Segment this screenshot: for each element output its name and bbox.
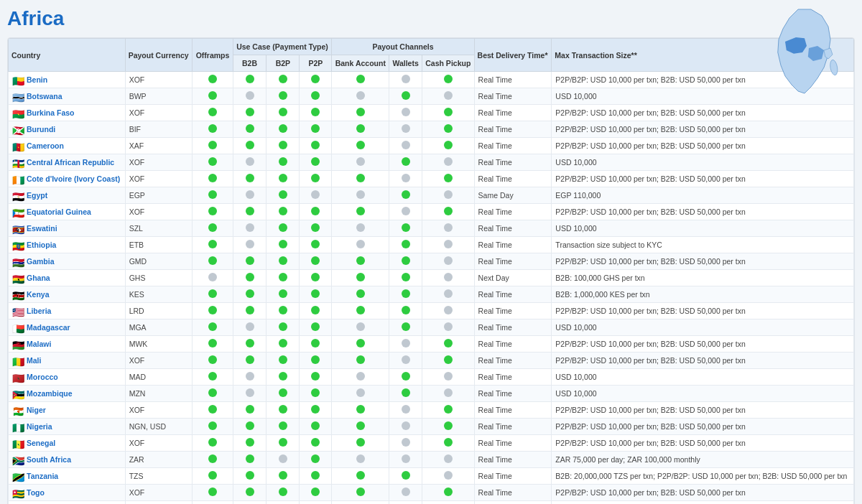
country-name: Malawi	[27, 340, 51, 348]
dot-active	[246, 438, 254, 447]
dot-active	[444, 108, 453, 116]
cell-delivery: Real Time	[474, 303, 552, 319]
cell-offramps	[193, 187, 233, 204]
cell-b2p	[267, 286, 300, 303]
dot-active	[356, 355, 365, 364]
cell-delivery: Real Time	[474, 220, 552, 237]
cell-bank	[332, 220, 389, 237]
dot-active	[311, 289, 320, 298]
cell-currency: XOF	[125, 353, 193, 369]
cell-bank	[332, 237, 389, 253]
cell-b2b	[233, 105, 267, 121]
flag-icon: 🇨🇫	[12, 159, 24, 167]
cell-wallets	[389, 187, 422, 204]
dot-active	[356, 141, 365, 149]
dot-inactive	[356, 91, 365, 100]
cell-wallets	[389, 468, 422, 485]
cell-b2b	[233, 386, 267, 402]
cell-bank	[332, 253, 389, 270]
cell-b2b	[233, 303, 267, 319]
cell-country: 🇪🇹Ethiopia	[9, 237, 126, 253]
cell-currency: XOF	[125, 154, 193, 171]
dot-inactive	[444, 454, 453, 463]
dot-active	[279, 421, 287, 430]
col-b2p: B2P	[267, 55, 300, 72]
cell-wallets	[389, 220, 422, 237]
cell-country: 🇧🇼Botswana	[9, 88, 126, 105]
cell-cash	[422, 303, 474, 319]
page-container: Africa Country Payout Currency Offramps …	[7, 7, 855, 504]
cell-p2p	[300, 353, 332, 369]
cell-p2p	[300, 369, 332, 386]
dot-active	[356, 174, 365, 182]
flag-icon: 🇨🇲	[12, 142, 24, 150]
cell-b2b	[233, 286, 267, 303]
dot-inactive	[402, 174, 410, 182]
flag-icon: 🇰🇪	[12, 291, 24, 299]
cell-country: 🇬🇭Ghana	[9, 270, 126, 286]
cell-delivery: Real Time	[474, 452, 552, 468]
cell-country: 🇨🇫Central African Republic	[9, 154, 126, 171]
cell-b2b	[233, 204, 267, 220]
dot-inactive	[444, 157, 453, 166]
dot-inactive	[444, 256, 453, 265]
country-name: Gambia	[27, 257, 55, 266]
cell-b2p	[267, 154, 300, 171]
dot-active	[208, 75, 217, 83]
dot-active	[246, 339, 254, 347]
cell-offramps	[193, 138, 233, 154]
cell-offramps	[193, 154, 233, 171]
cell-p2p	[300, 138, 332, 154]
flag-icon: 🇲🇼	[12, 340, 24, 348]
cell-currency: XOF	[125, 171, 193, 187]
dot-inactive	[402, 108, 410, 116]
dot-active	[356, 438, 365, 447]
cell-offramps	[193, 369, 233, 386]
country-name: Nigeria	[27, 422, 52, 431]
table-row: 🇲🇬MadagascarMGAReal TimeUSD 10,000	[9, 319, 854, 336]
dot-inactive	[402, 207, 410, 215]
dot-active	[444, 421, 453, 430]
table-row: 🇬🇭GhanaGHSNext DayB2B: 100,000 GHS per t…	[9, 270, 854, 286]
cell-country: 🇳🇪Niger	[9, 402, 126, 419]
cell-p2p	[300, 336, 332, 353]
dot-inactive	[356, 388, 365, 397]
cell-delivery: Real Time	[474, 88, 552, 105]
dot-inactive	[444, 471, 453, 480]
dot-inactive	[356, 372, 365, 381]
cell-max: P2P/B2P: USD 10,000 per txn; B2B: USD 50…	[552, 435, 854, 452]
dot-inactive	[444, 322, 453, 331]
table-row: 🇧🇼BotswanaBWPReal TimeUSD 10,000	[9, 88, 854, 105]
dot-inactive	[402, 421, 410, 430]
dot-active	[208, 388, 217, 397]
cell-delivery: Same Day	[474, 187, 552, 204]
dot-active	[208, 223, 217, 232]
africa-map	[761, 7, 848, 102]
dot-active	[356, 207, 365, 215]
cell-bank	[332, 286, 389, 303]
cell-p2p	[300, 286, 332, 303]
col-delivery: Best Delivery Time*	[474, 39, 552, 72]
cell-b2p	[267, 138, 300, 154]
dot-active	[311, 372, 320, 381]
cell-wallets	[389, 501, 422, 505]
country-name: Morocco	[27, 373, 58, 381]
cell-currency: LRD	[125, 303, 193, 319]
cell-country: 🇬🇶Equatorial Guinea	[9, 204, 126, 220]
dot-inactive	[444, 388, 453, 397]
cell-max: Transaction size subject to KYC	[552, 237, 854, 253]
cell-offramps	[193, 452, 233, 468]
dot-active	[246, 405, 254, 414]
dot-active	[208, 108, 217, 116]
cell-b2b	[233, 353, 267, 369]
cell-country: 🇧🇫Burkina Faso	[9, 105, 126, 121]
dot-active	[444, 355, 453, 364]
cell-p2p	[300, 171, 332, 187]
cell-wallets	[389, 204, 422, 220]
cell-wallets	[389, 303, 422, 319]
flag-icon: 🇸🇳	[12, 439, 24, 447]
flag-icon: 🇳🇪	[12, 406, 24, 414]
cell-cash	[422, 452, 474, 468]
dot-active	[402, 471, 410, 480]
country-name: Burkina Faso	[27, 108, 75, 117]
